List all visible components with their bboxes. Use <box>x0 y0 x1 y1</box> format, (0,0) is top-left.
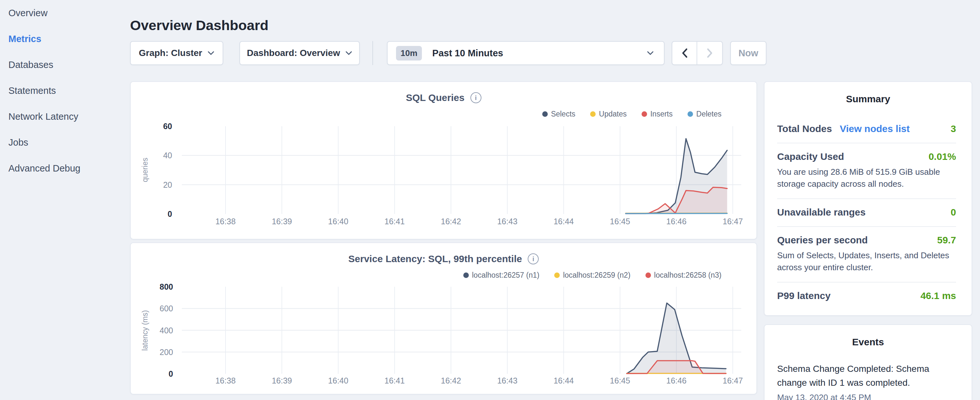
summary-row-description: Sum of Selects, Updates, Inserts, and De… <box>777 250 956 274</box>
summary-row-value: 0 <box>944 207 956 218</box>
x-tick-label: 16:43 <box>497 376 518 385</box>
x-tick-label: 16:40 <box>328 217 348 226</box>
service-latency-plot: 16:3816:3916:4016:4116:4216:4316:4416:45… <box>131 243 758 395</box>
x-tick-label: 16:44 <box>554 217 574 226</box>
x-tick-label: 16:38 <box>215 217 236 226</box>
y-tick-label: 60 <box>163 122 172 131</box>
x-tick-label: 16:46 <box>666 217 687 226</box>
x-tick-label: 16:45 <box>610 217 630 226</box>
x-tick-label: 16:46 <box>666 376 687 385</box>
sidebar-item-advanced-debug[interactable]: Advanced Debug <box>8 155 118 181</box>
summary-row-capacity-used: Capacity Used0.01%You are using 28.6 MiB… <box>777 143 956 199</box>
x-tick-label: 16:39 <box>272 217 292 226</box>
y-tick-label: 20 <box>163 180 172 189</box>
now-button[interactable]: Now <box>730 41 767 65</box>
summary-row-value: 59.7 <box>931 234 956 245</box>
events-title: Events <box>765 336 972 347</box>
summary-row-value: 0.01% <box>922 151 956 162</box>
sidebar-nav: OverviewMetricsDatabasesStatementsNetwor… <box>8 0 118 181</box>
controls-divider <box>372 41 373 65</box>
chevron-down-icon <box>345 51 352 55</box>
service-latency-chart-panel: Service Latency: SQL, 99th percentile i … <box>130 242 757 395</box>
sidebar-item-databases[interactable]: Databases <box>8 52 118 78</box>
time-prev-button[interactable] <box>672 42 697 64</box>
summary-row-description: You are using 28.6 MiB of 515.9 GiB usab… <box>777 166 956 190</box>
time-range-dropdown[interactable]: 10m Past 10 Minutes <box>387 41 665 65</box>
x-tick-label: 16:45 <box>610 376 630 385</box>
sidebar-item-statements[interactable]: Statements <box>8 78 118 104</box>
summary-body: Total NodesView nodes list3Capacity Used… <box>777 116 956 310</box>
summary-row-value: 46.1 ms <box>914 290 956 301</box>
y-axis-unit-label: latency (ms) <box>141 310 149 351</box>
y-tick-label: 400 <box>159 326 173 335</box>
summary-row-label: Queries per second <box>777 234 868 245</box>
graph-dropdown-label: Graph: Cluster <box>139 48 202 58</box>
event-item: Schema Change Completed: Schema change w… <box>777 362 959 400</box>
x-tick-label: 16:47 <box>723 376 743 385</box>
sidebar-item-jobs[interactable]: Jobs <box>8 129 118 155</box>
summary-panel: Summary Total NodesView nodes list3Capac… <box>764 81 972 316</box>
summary-row-unavailable-ranges: Unavailable ranges0 <box>777 199 956 227</box>
dashboard-dropdown[interactable]: Dashboard: Overview <box>239 41 360 65</box>
y-tick-label: 0 <box>169 369 173 378</box>
sidebar-item-network-latency[interactable]: Network Latency <box>8 104 118 129</box>
summary-row-queries-per-second: Queries per second59.7Sum of Selects, Up… <box>777 227 956 282</box>
event-timestamp: May 13, 2020 at 4:45 PM <box>777 392 959 400</box>
y-tick-label: 200 <box>159 347 173 357</box>
time-range-badge: 10m <box>396 46 422 61</box>
x-tick-label: 16:42 <box>441 376 461 385</box>
x-tick-label: 16:40 <box>328 376 348 385</box>
x-tick-label: 16:41 <box>384 217 405 226</box>
y-tick-label: 800 <box>159 282 173 291</box>
summary-row-total-nodes: Total NodesView nodes list3 <box>777 116 956 143</box>
events-body: Schema Change Completed: Schema change w… <box>777 362 959 400</box>
summary-row-value: 3 <box>944 123 956 134</box>
y-axis-unit-label: queries <box>141 158 149 182</box>
x-tick-label: 16:41 <box>384 376 405 385</box>
x-tick-label: 16:42 <box>441 217 461 226</box>
x-tick-label: 16:44 <box>554 376 574 385</box>
app-root: OverviewMetricsDatabasesStatementsNetwor… <box>0 0 980 400</box>
dashboard-dropdown-label: Dashboard: Overview <box>247 48 340 58</box>
x-tick-label: 16:47 <box>723 217 743 226</box>
view-nodes-list-link[interactable]: View nodes list <box>840 123 910 134</box>
chevron-down-icon <box>646 51 654 56</box>
y-tick-label: 600 <box>159 304 173 313</box>
summary-row-label: Capacity Used <box>777 151 844 162</box>
graph-dropdown[interactable]: Graph: Cluster <box>130 41 223 65</box>
time-range-label: Past 10 Minutes <box>432 48 503 59</box>
sidebar-item-metrics[interactable]: Metrics <box>8 26 118 52</box>
summary-row-p99-latency: P99 latency46.1 ms <box>777 282 956 310</box>
time-step-buttons <box>672 41 723 65</box>
event-text: Schema Change Completed: Schema change w… <box>777 362 959 390</box>
summary-title: Summary <box>765 94 972 105</box>
summary-row-label: Unavailable ranges <box>777 207 865 218</box>
summary-row-label: P99 latency <box>777 290 830 301</box>
now-button-label: Now <box>738 48 758 59</box>
x-tick-label: 16:39 <box>272 376 292 385</box>
events-panel: Events Schema Change Completed: Schema c… <box>764 324 972 400</box>
y-tick-label: 0 <box>168 209 172 218</box>
x-tick-label: 16:43 <box>497 217 518 226</box>
summary-row-label: Total Nodes <box>777 123 832 134</box>
sql-queries-plot: 16:3816:3916:4016:4116:4216:4316:4416:45… <box>131 82 758 240</box>
sql-queries-chart-panel: SQL Queries i SelectsUpdatesInsertsDelet… <box>130 81 757 239</box>
chevron-down-icon <box>207 51 215 55</box>
chevron-right-icon <box>706 48 713 58</box>
sidebar-item-overview[interactable]: Overview <box>8 0 118 26</box>
time-next-button[interactable] <box>697 42 722 64</box>
x-tick-label: 16:38 <box>215 376 236 385</box>
y-tick-label: 40 <box>163 151 172 160</box>
chevron-left-icon <box>681 48 688 58</box>
page-title: Overview Dashboard <box>130 18 269 32</box>
